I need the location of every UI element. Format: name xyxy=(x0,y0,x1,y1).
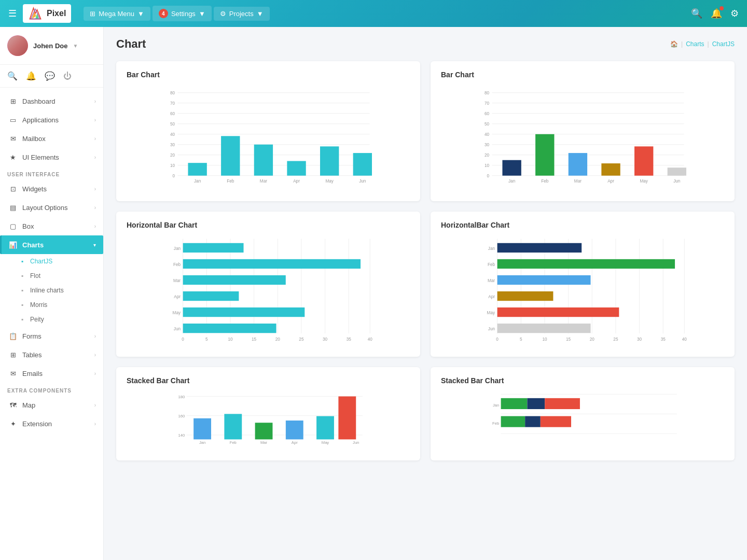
sidebar-item-ui-elements[interactable]: ★ UI Elements › xyxy=(0,148,103,166)
extension-arrow: › xyxy=(94,421,96,427)
sidebar-bell-icon[interactable]: 🔔 xyxy=(26,71,36,81)
svg-text:Feb: Feb xyxy=(227,179,234,184)
sidebar: Johen Doe ▼ 🔍 🔔 💬 ⏻ ⊞ Dashboard › ▭ Appl… xyxy=(0,27,104,560)
svg-text:30: 30 xyxy=(637,337,642,342)
flot-dot: ▪ xyxy=(19,272,26,279)
settings-gear-icon[interactable]: ⚙ xyxy=(730,8,739,19)
sidebar-item-mailbox[interactable]: ✉ Mailbox › xyxy=(0,129,103,148)
svg-text:Apr: Apr xyxy=(292,440,298,445)
svg-text:Feb: Feb xyxy=(488,262,495,267)
sidebar-power-icon[interactable]: ⏻ xyxy=(63,72,72,81)
svg-text:10: 10 xyxy=(170,163,175,168)
avatar-image xyxy=(7,35,28,56)
svg-text:20: 20 xyxy=(275,337,281,342)
sidebar-item-emails[interactable]: ✉ Emails › xyxy=(0,364,103,383)
tables-arrow: › xyxy=(94,352,96,358)
svg-rect-121 xyxy=(497,291,554,301)
projects-btn[interactable]: ⚙ Projects ▼ xyxy=(214,7,270,21)
sidebar-item-box[interactable]: ▢ Box › xyxy=(0,217,103,235)
sidebar-sub-chartjs[interactable]: ▪ ChartJS xyxy=(0,254,103,269)
avatar xyxy=(7,35,28,56)
sidebar-quick-icons: 🔍 🔔 💬 ⏻ xyxy=(0,65,103,88)
forms-icon: 📋 xyxy=(9,332,17,340)
topbar-nav: ⊞ Mega Menu ▼ 4 Settings ▼ ⚙ Projects ▼ xyxy=(84,6,269,21)
main-layout: Johen Doe ▼ 🔍 🔔 💬 ⏻ ⊞ Dashboard › ▭ Appl… xyxy=(0,27,747,560)
tables-icon: ⊞ xyxy=(9,351,17,359)
svg-rect-91 xyxy=(183,291,239,301)
breadcrumb-chartjs[interactable]: ChartJS xyxy=(712,40,735,48)
stacked-bar-chart-2-svg: Jan Feb xyxy=(441,392,724,449)
layout-options-icon: ▤ xyxy=(9,203,17,212)
breadcrumb-charts[interactable]: Charts xyxy=(686,40,704,48)
svg-text:80: 80 xyxy=(485,91,490,95)
svg-rect-26 xyxy=(320,146,339,175)
hbar-chart-1-title: Horizontal Bar Chart xyxy=(127,221,410,229)
forms-arrow: › xyxy=(94,333,96,339)
sidebar-item-widgets[interactable]: ⊡ Widgets › xyxy=(0,179,103,198)
svg-text:10: 10 xyxy=(542,337,547,342)
charts-arrow: ▾ xyxy=(93,242,96,248)
notification-icon[interactable]: 🔔 xyxy=(711,8,722,19)
sidebar-item-map[interactable]: 🗺 Map › xyxy=(0,396,103,414)
svg-rect-149 xyxy=(545,398,580,409)
svg-text:0: 0 xyxy=(496,337,499,342)
hamburger-icon[interactable]: ☰ xyxy=(8,8,17,19)
svg-text:Jun: Jun xyxy=(359,179,366,184)
svg-rect-132 xyxy=(224,414,242,439)
svg-rect-123 xyxy=(497,324,591,333)
charts-grid: Bar Chart 80 70 60 50 40 30 20 10 0 xyxy=(116,61,735,460)
svg-text:May: May xyxy=(325,179,334,184)
sidebar-item-dashboard[interactable]: ⊞ Dashboard › xyxy=(0,92,103,110)
svg-text:160: 160 xyxy=(178,414,185,418)
sidebar-sub-morris[interactable]: ▪ Morris xyxy=(0,298,103,312)
svg-text:Feb: Feb xyxy=(230,440,237,445)
svg-text:25: 25 xyxy=(299,337,304,342)
settings-badge: 4 xyxy=(159,9,168,18)
svg-text:15: 15 xyxy=(566,337,571,342)
svg-rect-25 xyxy=(287,161,306,176)
chartjs-dot: ▪ xyxy=(19,258,26,265)
mega-menu-icon: ⊞ xyxy=(90,10,95,18)
svg-text:25: 25 xyxy=(613,337,618,342)
svg-text:15: 15 xyxy=(252,337,257,342)
svg-text:60: 60 xyxy=(170,111,175,116)
svg-text:Jan: Jan xyxy=(488,246,495,251)
svg-text:Feb: Feb xyxy=(541,179,549,184)
sidebar-item-extension[interactable]: ✦ Extension › xyxy=(0,414,103,433)
charts-icon: 📊 xyxy=(9,241,17,249)
svg-text:40: 40 xyxy=(170,132,175,137)
dashboard-icon: ⊞ xyxy=(9,97,17,105)
svg-rect-152 xyxy=(541,416,571,427)
sidebar-chat-icon[interactable]: 💬 xyxy=(45,71,55,81)
breadcrumb: 🏠 | Charts | ChartJS xyxy=(670,40,735,48)
svg-rect-89 xyxy=(183,259,361,269)
svg-text:30: 30 xyxy=(485,143,490,147)
sidebar-sub-peity[interactable]: ▪ Peity xyxy=(0,312,103,327)
search-icon[interactable]: 🔍 xyxy=(691,8,702,19)
bar-chart-2-svg: 80 70 60 50 40 30 20 10 0 xyxy=(441,86,724,190)
svg-rect-133 xyxy=(255,423,273,439)
sidebar-sub-inline-charts[interactable]: ▪ Inline charts xyxy=(0,283,103,298)
mega-menu-btn[interactable]: ⊞ Mega Menu ▼ xyxy=(84,7,150,21)
svg-text:Mar: Mar xyxy=(574,179,582,184)
svg-text:Mar: Mar xyxy=(488,278,495,283)
svg-text:70: 70 xyxy=(170,101,175,106)
sidebar-sub-flot[interactable]: ▪ Flot xyxy=(0,269,103,283)
sidebar-item-applications[interactable]: ▭ Applications › xyxy=(0,110,103,129)
sidebar-item-tables[interactable]: ⊞ Tables › xyxy=(0,345,103,364)
hbar-chart-1-svg: 0 5 10 15 20 25 30 35 40 xyxy=(127,236,410,345)
svg-text:May: May xyxy=(322,440,329,445)
svg-rect-93 xyxy=(183,324,276,333)
svg-rect-120 xyxy=(497,275,591,285)
sidebar-search-icon[interactable]: 🔍 xyxy=(7,71,18,81)
svg-text:0: 0 xyxy=(172,174,175,178)
settings-btn[interactable]: 4 Settings ▼ xyxy=(153,6,212,21)
svg-rect-150 xyxy=(501,416,525,427)
svg-text:50: 50 xyxy=(170,122,175,127)
sidebar-item-forms[interactable]: 📋 Forms › xyxy=(0,327,103,345)
breadcrumb-home-icon[interactable]: 🏠 xyxy=(670,40,678,48)
sidebar-item-layout-options[interactable]: ▤ Layout Options › xyxy=(0,198,103,217)
svg-text:Jan: Jan xyxy=(493,403,499,408)
svg-text:40: 40 xyxy=(368,337,373,342)
sidebar-item-charts[interactable]: 📊 Charts ▾ xyxy=(0,235,103,254)
